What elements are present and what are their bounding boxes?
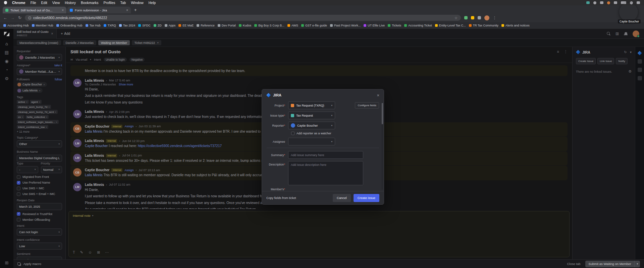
description-input[interactable] [288,161,363,185]
watcher-checkbox[interactable] [291,132,294,135]
reload-icon[interactable]: ↻ [18,16,21,20]
bookmark-item[interactable]: TXRQ [104,24,116,27]
menubar-item[interactable]: Help [149,1,156,5]
bookmark-favicon [154,24,156,27]
bookmark-item[interactable]: Alerts and notices [501,24,530,27]
copy-fields-link[interactable]: Copy fields from ticket [266,196,296,200]
webcam-overlay: Caytie Boucher [618,3,639,27]
tab-close-icon[interactable]: × [62,8,64,12]
bookmark-item[interactable]: Tax 2024 [119,24,136,27]
browser-profile-avatar[interactable] [484,15,489,20]
bookmark-favicon [388,24,390,27]
bookmark-item[interactable]: Accounting Hub [3,24,29,27]
reporter-avatar [291,123,295,128]
project-select[interactable]: Tax Request (TXRQ) ▾ [288,102,335,109]
bookmark-item[interactable]: Past Project Work... [330,24,361,27]
status-icon[interactable] [593,1,596,4]
bookmark-item[interactable]: Tickets [388,24,401,27]
bookmark-item[interactable]: Kudos [239,24,252,27]
project-label: Project* [267,104,288,107]
description-label: Description* [267,161,288,166]
tab-title: Ticket: Still locked out of Gu... [10,8,60,12]
browser-tab-strip: Ticket: Still locked out of Gu... × Form… [0,5,644,13]
bookmark-item[interactable]: Dev Portal [218,24,236,27]
bookmark-favicon [119,24,122,27]
bookmark-item[interactable]: AWS [287,24,298,27]
tab-close-icon[interactable]: × [126,8,128,12]
modal-scrollbar-thumb[interactable] [382,103,383,124]
menubar-item[interactable]: Profiles [103,1,115,5]
bookmark-item[interactable]: GST e-file guide [301,24,327,27]
wifi-icon[interactable] [614,1,617,4]
browser-menu-icon[interactable]: ⋮ [493,16,496,20]
bookmark-item[interactable]: UT Efile Live [364,24,385,27]
bookmark-favicon [178,24,181,27]
menubar-item[interactable]: View [52,1,60,5]
menubar-app-name[interactable]: Chrome [12,1,25,5]
bookmark-item[interactable]: Apps [165,24,176,27]
summary-input[interactable] [288,151,363,159]
bookmark-item[interactable]: Accounting Ticket [404,24,432,27]
bookmark-favicon [197,24,199,27]
new-tab-button[interactable]: + [134,7,137,13]
tab-favicon [5,9,8,12]
reporter-select[interactable]: Caytie Boucher ▾ [288,122,335,129]
jira-create-issue-modal: JIRA × Project* Tax Request (TXRQ) ▾ Con… [262,89,384,205]
bookmark-favicon [138,24,141,27]
webcam-video [619,3,638,21]
tab-title: Form submission - Jira [75,8,124,12]
status-icon[interactable] [607,1,610,4]
bookmark-item[interactable]: TR Tax Community [469,24,498,27]
bookmark-favicon [469,24,472,27]
configure-fields-button[interactable]: Configure fields [355,102,379,109]
forward-icon[interactable]: → [11,16,15,20]
modal-title: JIRA [273,93,281,97]
watcher-checkbox-row[interactable]: Add reporter as a watcher [291,132,379,135]
bookmark-item[interactable]: Entity-Level Tax C... [435,24,466,27]
bookmark-favicon [239,24,241,27]
cancel-button[interactable]: Cancel [333,194,351,202]
back-icon[interactable]: ← [3,16,7,20]
create-issue-button[interactable]: Create issue [354,194,379,202]
bookmark-item[interactable]: Reference [197,24,215,27]
bookmark-item[interactable]: EE MaE [178,24,194,27]
bookmark-item[interactable]: Onboarding Hub [56,24,83,27]
bookmark-favicon [287,24,290,27]
menubar-item[interactable]: History [65,1,76,5]
bookmark-item[interactable]: Tax Hub [86,24,101,27]
bookmark-item[interactable]: Big Boy S Corp B... [254,24,284,27]
macos-menubar: Chrome FileEditViewHistoryBookmarksProfi… [0,0,644,5]
extension-icon[interactable] [471,16,474,19]
summary-label: Summary* [267,153,288,157]
apple-menu-icon[interactable] [4,1,7,4]
menubar-item[interactable]: File [31,1,36,5]
bookmark-star-icon[interactable]: ☆ [454,16,458,20]
display-icon[interactable] [600,1,603,4]
bookmark-item[interactable]: SFDC [138,24,151,27]
menubar-item[interactable]: Edit [41,1,47,5]
issue-type-select[interactable]: Tax Request ▾ [288,112,335,119]
browser-tab-ticket[interactable]: Ticket: Still locked out of Gu... × [3,7,66,13]
webcam-name-label: Caytie Boucher [618,19,641,23]
bookmark-favicon [56,24,59,27]
extensions-puzzle-icon[interactable] [478,16,481,19]
url-bar[interactable]: i collective5900.zendesk.com/agent/ticke… [25,15,461,21]
extension-icon[interactable] [464,16,468,19]
menubar-item[interactable]: Tab [120,1,126,5]
modal-close-icon[interactable]: × [377,93,379,98]
chevron-down-icon: ▾ [331,114,332,117]
site-info-icon[interactable]: i [28,16,31,19]
browser-tab-jira-form[interactable]: Form submission - Jira × [67,7,131,13]
bookmark-favicon [435,24,438,27]
chevron-down-icon: ▾ [331,140,332,143]
screen-record-icon[interactable] [586,1,590,4]
bookmark-item[interactable]: Member Hub [32,24,53,27]
menubar-item[interactable]: Bookmarks [81,1,99,5]
assignee-select[interactable]: ▾ [288,138,335,145]
bookmark-item[interactable]: ZD [154,24,162,27]
bookmark-favicon [404,24,407,27]
project-icon [291,104,294,107]
bookmark-favicon [104,24,106,27]
menubar-item[interactable]: Window [131,1,143,5]
chevron-down-icon: ▾ [331,104,332,107]
